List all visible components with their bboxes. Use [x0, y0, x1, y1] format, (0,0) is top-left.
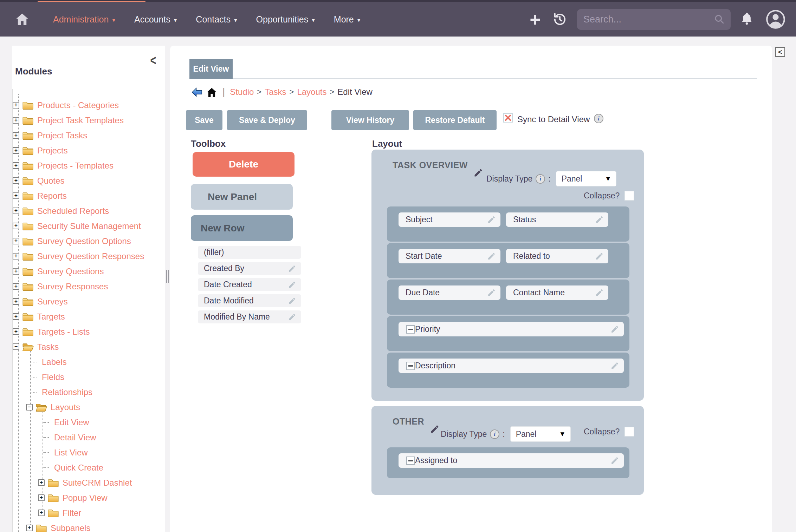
expand-plus-icon[interactable]: +: [13, 298, 19, 305]
tree-item-layouts[interactable]: −Layouts: [13, 400, 165, 415]
info-icon[interactable]: i: [536, 174, 545, 184]
user-avatar-icon[interactable]: [766, 9, 785, 29]
expand-minus-icon[interactable]: −: [26, 404, 33, 411]
collapse-field-minus-icon[interactable]: [406, 457, 415, 465]
expand-plus-icon[interactable]: +: [13, 253, 19, 260]
restore-default-button[interactable]: Restore Default: [413, 110, 497, 130]
tree-item-label[interactable]: Reports: [37, 191, 67, 201]
tree-item-suitecrm-dashlet[interactable]: +SuiteCRM Dashlet: [13, 475, 165, 490]
pencil-icon[interactable]: [430, 424, 440, 434]
nav-item-accounts[interactable]: Accounts▾: [125, 2, 186, 37]
tree-item-label[interactable]: Scheduled Reports: [37, 206, 109, 216]
tree-item-relationships[interactable]: Relationships: [13, 385, 165, 400]
collapse-checkbox[interactable]: [624, 427, 634, 436]
toolbox-field-created-by[interactable]: Created By: [198, 262, 301, 275]
tree-item-label[interactable]: Relationships: [42, 387, 92, 397]
tree-item-label[interactable]: Filter: [63, 508, 81, 518]
tree-item-label[interactable]: Detail View: [54, 433, 96, 442]
nav-item-more[interactable]: More▾: [324, 2, 370, 37]
tree-item-survey-questions[interactable]: +Survey Questions: [13, 264, 165, 279]
expand-plus-icon[interactable]: +: [13, 268, 19, 275]
layout-row[interactable]: Description: [387, 353, 629, 388]
field-cell-priority[interactable]: Priority: [399, 322, 624, 336]
expand-minus-icon[interactable]: −: [13, 343, 19, 350]
tree-item-surveys[interactable]: +Surveys: [13, 294, 165, 309]
history-icon[interactable]: [552, 11, 568, 27]
info-icon[interactable]: i: [490, 429, 499, 439]
tree-item-scheduled-reports[interactable]: +Scheduled Reports: [13, 203, 165, 218]
field-cell-status[interactable]: Status: [506, 212, 608, 227]
tree-item-label[interactable]: Quotes: [37, 176, 64, 186]
tree-item-label[interactable]: Edit View: [54, 418, 89, 427]
collapse-field-minus-icon[interactable]: [406, 325, 415, 334]
tree-item-reports[interactable]: +Reports: [13, 188, 165, 203]
expand-plus-icon[interactable]: +: [13, 208, 19, 214]
breadcrumb-link-studio[interactable]: Studio: [230, 87, 254, 97]
tree-item-label[interactable]: Survey Responses: [37, 282, 108, 291]
tree-item-label[interactable]: Projects - Templates: [37, 161, 114, 171]
layout-row[interactable]: SubjectStatus: [387, 206, 629, 242]
sync-to-detail-checkbox[interactable]: [503, 113, 513, 123]
tree-item-detail-view[interactable]: Detail View: [13, 430, 165, 445]
new-row-button[interactable]: New Row: [191, 215, 293, 241]
pencil-icon[interactable]: [288, 297, 296, 305]
tree-item-quotes[interactable]: +Quotes: [13, 173, 165, 188]
tree-item-labels[interactable]: Labels: [13, 354, 165, 369]
save-button[interactable]: Save: [186, 110, 222, 130]
tree-item-label[interactable]: Survey Question Responses: [37, 251, 144, 261]
tree-item-tasks[interactable]: −Tasks: [13, 339, 165, 354]
expand-plus-icon[interactable]: +: [13, 192, 19, 199]
view-history-button[interactable]: View History: [331, 110, 409, 130]
layout-row[interactable]: Priority: [387, 316, 629, 351]
tree-item-label[interactable]: SuiteCRM Dashlet: [63, 478, 132, 488]
quick-create-plus-icon[interactable]: +: [527, 11, 543, 28]
display-type-select[interactable]: Panel▼: [556, 171, 616, 186]
tree-item-list-view[interactable]: List View: [13, 445, 165, 460]
tree-item-quick-create[interactable]: Quick Create: [13, 460, 165, 475]
layout-row[interactable]: Start DateRelated to: [387, 243, 629, 278]
expand-plus-icon[interactable]: +: [13, 102, 19, 109]
pencil-icon[interactable]: [487, 252, 496, 261]
toolbox-field-modified-by-name[interactable]: Modified By Name: [198, 310, 301, 323]
tree-item-label[interactable]: Tasks: [37, 342, 59, 352]
expand-plus-icon[interactable]: +: [13, 177, 19, 184]
pencil-icon[interactable]: [610, 325, 619, 334]
field-cell-due-date[interactable]: Due Date: [399, 285, 500, 300]
tree-item-label[interactable]: Fields: [42, 372, 64, 382]
tree-item-subpanels[interactable]: +Subpanels: [13, 520, 165, 532]
expand-plus-icon[interactable]: +: [13, 132, 19, 139]
content-collapse-chevron-icon[interactable]: <: [775, 47, 785, 57]
expand-plus-icon[interactable]: +: [13, 147, 19, 154]
field-cell-related-to[interactable]: Related to: [506, 249, 608, 263]
tree-item-label[interactable]: Project Tasks: [37, 131, 87, 140]
tree-item-label[interactable]: Survey Questions: [37, 267, 104, 276]
tree-item-project-task-templates[interactable]: +Project Task Templates: [13, 113, 165, 128]
expand-plus-icon[interactable]: +: [13, 117, 19, 124]
tree-item-security-suite-management[interactable]: +Security Suite Management: [13, 218, 165, 234]
tree-item-label[interactable]: Security Suite Management: [37, 221, 141, 231]
tree-item-label[interactable]: Products - Categories: [37, 100, 119, 110]
breadcrumb-link-layouts[interactable]: Layouts: [297, 87, 326, 97]
breadcrumb-link-tasks[interactable]: Tasks: [265, 87, 286, 97]
nav-item-contacts[interactable]: Contacts▾: [186, 2, 246, 37]
tree-item-project-tasks[interactable]: +Project Tasks: [13, 128, 165, 143]
tree-item-popup-view[interactable]: +Popup View: [13, 490, 165, 505]
tree-item-label[interactable]: Project Task Templates: [37, 116, 124, 125]
tree-item-label[interactable]: Quick Create: [54, 463, 103, 473]
tree-item-projects-templates[interactable]: +Projects - Templates: [13, 158, 165, 173]
expand-plus-icon[interactable]: +: [13, 283, 19, 290]
tree-item-label[interactable]: Layouts: [51, 402, 80, 412]
pencil-icon[interactable]: [487, 288, 496, 297]
collapse-field-minus-icon[interactable]: [406, 362, 415, 370]
tree-item-survey-responses[interactable]: +Survey Responses: [13, 279, 165, 294]
expand-plus-icon[interactable]: +: [13, 223, 19, 229]
tree-item-targets-lists[interactable]: +Targets - Lists: [13, 324, 165, 339]
tree-item-label[interactable]: Subpanels: [51, 523, 90, 532]
tree-item-label[interactable]: Targets - Lists: [37, 327, 90, 337]
sidebar-collapse-chevron-icon[interactable]: <: [150, 52, 156, 68]
tree-item-label[interactable]: Survey Question Options: [37, 236, 131, 246]
pencil-icon[interactable]: [288, 264, 296, 273]
tree-item-filter[interactable]: +Filter: [13, 505, 165, 520]
field-cell-description[interactable]: Description: [399, 359, 624, 373]
field-cell-assigned-to[interactable]: Assigned to: [399, 453, 624, 468]
